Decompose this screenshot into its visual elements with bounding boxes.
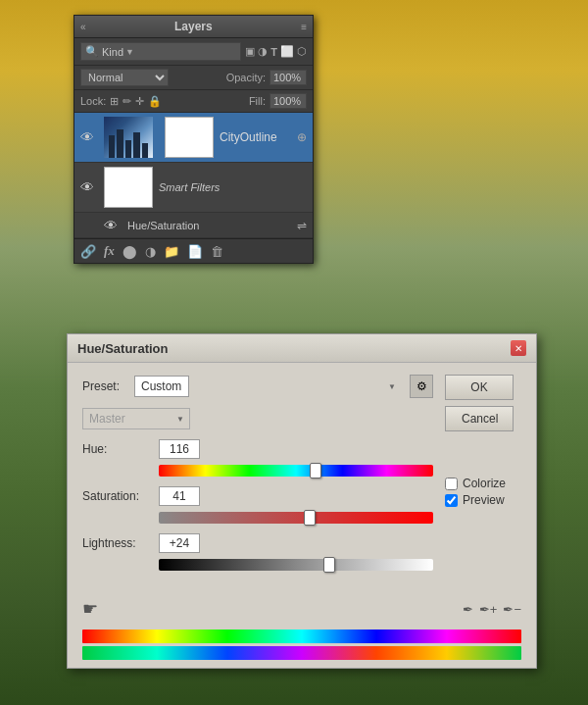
text-type-icon[interactable]: T xyxy=(270,46,277,58)
lightness-label: Lightness: xyxy=(82,536,151,550)
lightness-slider-thumb[interactable] xyxy=(323,557,335,573)
lock-all-icon[interactable]: 🔒 xyxy=(148,95,162,108)
lock-checkerboard-icon[interactable]: ⊞ xyxy=(110,95,119,108)
search-dropdown-arrow: ▼ xyxy=(125,47,134,57)
ok-button[interactable]: OK xyxy=(445,375,514,400)
preview-label: Preview xyxy=(463,493,505,507)
new-layer-icon[interactable]: 📄 xyxy=(187,244,203,259)
hue-sat-filter-name: Hue/Saturation xyxy=(127,220,297,231)
eyedropper-add-icon[interactable]: ✒+ xyxy=(479,602,498,617)
hand-tool-icon[interactable]: ☛ xyxy=(82,598,98,620)
dialog-close-button[interactable]: ✕ xyxy=(511,340,526,356)
layer-thumb-cityoutline xyxy=(104,117,153,158)
opacity-value[interactable]: 100% xyxy=(270,70,307,85)
saturation-label: Saturation: xyxy=(82,489,151,503)
layer-row-huesat[interactable]: 👁 Hue/Saturation ⇌ xyxy=(74,213,313,238)
lock-move-icon[interactable]: ✛ xyxy=(135,95,144,108)
lightness-value-input[interactable]: +24 xyxy=(159,533,200,553)
preset-label: Preset: xyxy=(82,379,126,393)
group-icon[interactable]: 📁 xyxy=(164,244,179,259)
channel-row: Master xyxy=(82,408,433,429)
panel-menu-btn[interactable]: ≡ xyxy=(301,22,307,32)
eye-icon-smartfilters[interactable]: 👁 xyxy=(80,179,98,195)
saturation-slider-thumb[interactable] xyxy=(304,510,316,526)
delete-layer-icon[interactable]: 🗑 xyxy=(211,244,223,259)
fx-icon[interactable]: fx xyxy=(104,243,115,259)
search-type-icons: ▣ ◑ T ⬜ ⬡ xyxy=(245,45,307,58)
smart-filter-label: Smart Filters xyxy=(159,181,307,193)
saturation-slider-track[interactable] xyxy=(159,512,433,524)
link-layers-icon[interactable]: 🔗 xyxy=(80,244,96,259)
preview-checkbox[interactable] xyxy=(445,494,458,507)
building-3 xyxy=(125,140,131,158)
preview-row: Preview xyxy=(445,493,521,507)
city-buildings xyxy=(109,129,148,158)
layer-mask-thumb-cityoutline xyxy=(165,117,214,158)
dialog-right-panel: OK Cancel Colorize Preview xyxy=(445,375,521,580)
building-1 xyxy=(109,135,115,159)
mask-icon[interactable]: ⬤ xyxy=(122,244,137,259)
layer-row-cityoutline[interactable]: 👁 CityOutline ⊕ xyxy=(74,113,313,163)
search-box[interactable]: 🔍 Kind ▼ xyxy=(80,42,241,61)
layers-lock-row: Lock: ⊞ ✏ ✛ 🔒 Fill: 100% xyxy=(74,90,313,113)
checkbox-section: Colorize Preview xyxy=(445,477,521,510)
building-2 xyxy=(117,129,122,158)
hue-slider-track[interactable] xyxy=(159,465,433,477)
dialog-left-panel: Preset: Custom ⚙ Master Hue: xyxy=(82,375,433,580)
layers-toolbar: 🔗 fx ⬤ ◑ 📁 📄 🗑 xyxy=(74,238,313,263)
adjust-type-icon[interactable]: ◑ xyxy=(258,45,268,58)
opacity-label: Opacity: xyxy=(226,72,266,83)
blend-mode-select[interactable]: Normal xyxy=(80,69,169,86)
bottom-controls: ☛ ✒ ✒+ ✒− xyxy=(68,592,536,626)
smart-type-icon[interactable]: ⬡ xyxy=(297,45,307,58)
layers-titlebar: « Layers ≡ xyxy=(74,16,313,38)
pixel-type-icon[interactable]: ▣ xyxy=(245,45,255,58)
panel-collapse-btn[interactable]: « xyxy=(80,22,86,32)
hue-sat-settings-icon[interactable]: ⇌ xyxy=(297,219,307,232)
eyedropper-icons: ✒ ✒+ ✒− xyxy=(463,602,521,617)
eye-icon-huesat[interactable]: 👁 xyxy=(104,218,122,233)
cancel-button[interactable]: Cancel xyxy=(445,406,514,431)
search-kind-label: Kind xyxy=(102,46,123,58)
hue-value-input[interactable]: 116 xyxy=(159,439,200,459)
layers-panel: « Layers ≡ 🔍 Kind ▼ ▣ ◑ T ⬜ ⬡ Normal Opa… xyxy=(74,15,314,264)
preset-gear-button[interactable]: ⚙ xyxy=(410,375,433,398)
adjustment-icon[interactable]: ◑ xyxy=(145,244,156,259)
preset-select[interactable]: Custom xyxy=(134,376,189,397)
lock-brush-icon[interactable]: ✏ xyxy=(122,95,131,108)
dialog-title: Hue/Saturation xyxy=(77,341,168,356)
eye-icon-cityoutline[interactable]: 👁 xyxy=(80,129,98,145)
lock-icons: ⊞ ✏ ✛ 🔒 xyxy=(110,95,162,108)
hue-slider-thumb[interactable] xyxy=(310,463,321,478)
preset-row: Preset: Custom ⚙ xyxy=(82,375,433,398)
lightness-slider-row: Lightness: +24 xyxy=(82,533,433,553)
fill-label: Fill: xyxy=(249,95,266,107)
saturation-value-input[interactable]: 41 xyxy=(159,486,200,506)
shape-type-icon[interactable]: ⬜ xyxy=(280,45,294,58)
colorize-row: Colorize xyxy=(445,477,521,490)
layer-link-icon[interactable]: ⊕ xyxy=(297,130,307,144)
lock-label: Lock: xyxy=(80,95,106,107)
saturation-slider-row: Saturation: 41 xyxy=(82,486,433,506)
search-icon: 🔍 xyxy=(85,45,99,58)
fill-value[interactable]: 100% xyxy=(270,93,307,109)
hue-saturation-dialog: Hue/Saturation ✕ Preset: Custom ⚙ Master xyxy=(67,333,537,669)
saturation-slider-container xyxy=(159,512,433,524)
dialog-body: Preset: Custom ⚙ Master Hue: xyxy=(68,363,536,592)
hue-label: Hue: xyxy=(82,442,151,456)
colorize-checkbox[interactable] xyxy=(445,478,458,490)
building-5 xyxy=(142,143,148,158)
layers-blending-row: Normal Opacity: 100% xyxy=(74,66,313,90)
lightness-slider-track[interactable] xyxy=(159,559,433,571)
channel-select-wrapper: Master xyxy=(82,408,190,429)
building-4 xyxy=(133,132,139,158)
eyedropper-subtract-icon[interactable]: ✒− xyxy=(503,602,521,617)
eyedropper-icon[interactable]: ✒ xyxy=(463,602,473,617)
hue-slider-row: Hue: 116 xyxy=(82,439,433,459)
layers-panel-title: Layers xyxy=(174,20,213,33)
layer-name-cityoutline: CityOutline xyxy=(220,130,297,144)
channel-select[interactable]: Master xyxy=(82,408,190,429)
lightness-slider-container xyxy=(159,559,433,571)
dialog-titlebar: Hue/Saturation ✕ xyxy=(68,334,536,363)
layer-row-smart-filters[interactable]: 👁 Smart Filters xyxy=(74,163,313,213)
